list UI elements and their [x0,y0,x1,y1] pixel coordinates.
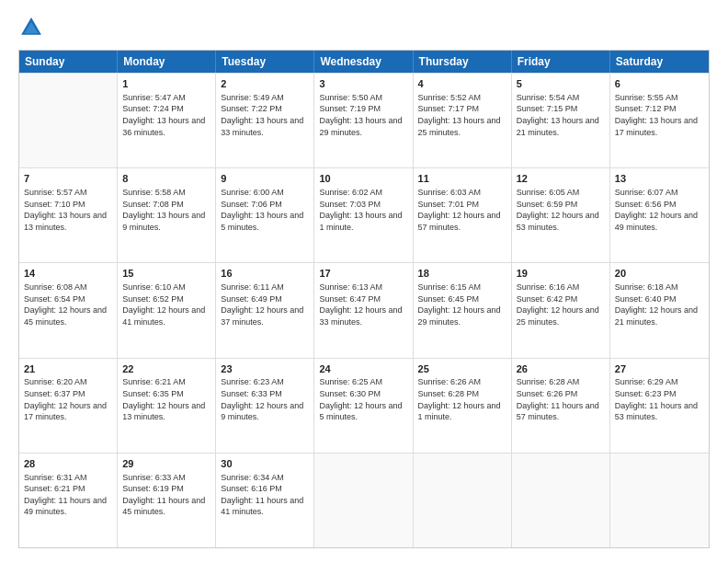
day-number: 24 [319,362,407,376]
day-number: 4 [418,77,506,91]
day-number: 22 [122,362,210,376]
day-number: 18 [418,267,506,281]
day-number: 23 [221,362,309,376]
cell-info: Sunrise: 5:50 AM Sunset: 7:19 PM Dayligh… [319,92,407,138]
calendar-week-3: 14Sunrise: 6:08 AM Sunset: 6:54 PM Dayli… [19,262,709,357]
day-number: 19 [517,267,605,281]
day-number: 6 [615,77,704,91]
cell-info: Sunrise: 6:05 AM Sunset: 6:59 PM Dayligh… [517,187,605,233]
cell-info: Sunrise: 6:16 AM Sunset: 6:42 PM Dayligh… [517,282,605,327]
day-number: 30 [221,457,309,471]
cell-info: Sunrise: 6:10 AM Sunset: 6:52 PM Dayligh… [122,282,210,327]
calendar-day-24: 24Sunrise: 6:25 AM Sunset: 6:30 PM Dayli… [314,359,413,453]
calendar-day-13: 13Sunrise: 6:07 AM Sunset: 6:56 PM Dayli… [610,168,709,262]
logo [18,15,48,40]
cell-info: Sunrise: 6:07 AM Sunset: 6:56 PM Dayligh… [615,187,704,233]
header-day-tuesday: Tuesday [216,51,314,73]
header-day-friday: Friday [512,51,610,73]
cell-info: Sunrise: 6:29 AM Sunset: 6:23 PM Dayligh… [615,376,704,422]
calendar-day-4: 4Sunrise: 5:52 AM Sunset: 7:17 PM Daylig… [414,74,512,167]
calendar-day-3: 3Sunrise: 5:50 AM Sunset: 7:19 PM Daylig… [314,74,413,167]
calendar-day-19: 19Sunrise: 6:16 AM Sunset: 6:42 PM Dayli… [512,263,610,357]
cell-info: Sunrise: 6:13 AM Sunset: 6:47 PM Dayligh… [319,282,407,327]
cell-info: Sunrise: 6:18 AM Sunset: 6:40 PM Dayligh… [615,282,704,327]
day-number: 21 [24,362,112,376]
day-number: 27 [615,362,704,376]
calendar-day-8: 8Sunrise: 5:58 AM Sunset: 7:08 PM Daylig… [118,168,216,262]
calendar-day-30: 30Sunrise: 6:34 AM Sunset: 6:16 PM Dayli… [216,454,314,547]
cell-info: Sunrise: 5:55 AM Sunset: 7:12 PM Dayligh… [615,92,704,138]
calendar-day-23: 23Sunrise: 6:23 AM Sunset: 6:33 PM Dayli… [216,359,314,453]
day-number: 2 [221,77,309,91]
calendar-day-6: 6Sunrise: 5:55 AM Sunset: 7:12 PM Daylig… [610,74,709,167]
header-day-thursday: Thursday [414,51,512,73]
calendar-week-1: 1Sunrise: 5:47 AM Sunset: 7:24 PM Daylig… [19,73,709,167]
cell-info: Sunrise: 5:58 AM Sunset: 7:08 PM Dayligh… [122,187,210,233]
calendar-day-22: 22Sunrise: 6:21 AM Sunset: 6:35 PM Dayli… [118,359,216,453]
day-number: 25 [418,362,506,376]
calendar-empty [414,454,512,547]
cell-info: Sunrise: 5:57 AM Sunset: 7:10 PM Dayligh… [24,187,112,233]
cell-info: Sunrise: 5:54 AM Sunset: 7:15 PM Dayligh… [517,92,605,138]
cell-info: Sunrise: 6:02 AM Sunset: 7:03 PM Dayligh… [319,187,407,233]
calendar-week-5: 28Sunrise: 6:31 AM Sunset: 6:21 PM Dayli… [19,453,709,547]
day-number: 11 [418,172,506,186]
header-day-monday: Monday [118,51,216,73]
calendar-day-9: 9Sunrise: 6:00 AM Sunset: 7:06 PM Daylig… [216,168,314,262]
header-day-wednesday: Wednesday [314,51,413,73]
header-day-sunday: Sunday [19,51,118,73]
calendar-day-20: 20Sunrise: 6:18 AM Sunset: 6:40 PM Dayli… [610,263,709,357]
calendar-day-25: 25Sunrise: 6:26 AM Sunset: 6:28 PM Dayli… [414,359,512,453]
calendar-week-2: 7Sunrise: 5:57 AM Sunset: 7:10 PM Daylig… [19,167,709,262]
day-number: 7 [24,172,112,186]
day-number: 12 [517,172,605,186]
calendar: SundayMondayTuesdayWednesdayThursdayFrid… [18,50,710,548]
cell-info: Sunrise: 6:28 AM Sunset: 6:26 PM Dayligh… [517,376,605,422]
cell-info: Sunrise: 6:31 AM Sunset: 6:21 PM Dayligh… [24,472,112,518]
calendar-day-16: 16Sunrise: 6:11 AM Sunset: 6:49 PM Dayli… [216,263,314,357]
cell-info: Sunrise: 6:11 AM Sunset: 6:49 PM Dayligh… [221,282,309,327]
cell-info: Sunrise: 6:08 AM Sunset: 6:54 PM Dayligh… [24,282,112,327]
header [18,15,710,40]
calendar-empty [610,454,709,547]
calendar-header: SundayMondayTuesdayWednesdayThursdayFrid… [19,51,709,73]
cell-info: Sunrise: 6:23 AM Sunset: 6:33 PM Dayligh… [221,376,309,422]
cell-info: Sunrise: 6:34 AM Sunset: 6:16 PM Dayligh… [221,472,309,518]
day-number: 1 [122,77,210,91]
cell-info: Sunrise: 6:20 AM Sunset: 6:37 PM Dayligh… [24,376,112,422]
logo-icon [18,15,44,40]
day-number: 28 [24,457,112,471]
day-number: 17 [319,267,407,281]
calendar-empty [512,454,610,547]
day-number: 8 [122,172,210,186]
day-number: 26 [517,362,605,376]
calendar-day-2: 2Sunrise: 5:49 AM Sunset: 7:22 PM Daylig… [216,74,314,167]
day-number: 29 [122,457,210,471]
day-number: 14 [24,267,112,281]
calendar-day-15: 15Sunrise: 6:10 AM Sunset: 6:52 PM Dayli… [118,263,216,357]
calendar-body: 1Sunrise: 5:47 AM Sunset: 7:24 PM Daylig… [19,73,709,547]
day-number: 15 [122,267,210,281]
day-number: 9 [221,172,309,186]
calendar-day-11: 11Sunrise: 6:03 AM Sunset: 7:01 PM Dayli… [414,168,512,262]
calendar-day-10: 10Sunrise: 6:02 AM Sunset: 7:03 PM Dayli… [314,168,413,262]
calendar-day-12: 12Sunrise: 6:05 AM Sunset: 6:59 PM Dayli… [512,168,610,262]
calendar-day-28: 28Sunrise: 6:31 AM Sunset: 6:21 PM Dayli… [19,454,118,547]
calendar-day-27: 27Sunrise: 6:29 AM Sunset: 6:23 PM Dayli… [610,359,709,453]
day-number: 10 [319,172,407,186]
calendar-day-1: 1Sunrise: 5:47 AM Sunset: 7:24 PM Daylig… [118,74,216,167]
day-number: 20 [615,267,704,281]
page: SundayMondayTuesdayWednesdayThursdayFrid… [0,0,728,563]
cell-info: Sunrise: 6:33 AM Sunset: 6:19 PM Dayligh… [122,472,210,518]
cell-info: Sunrise: 6:03 AM Sunset: 7:01 PM Dayligh… [418,187,506,233]
header-day-saturday: Saturday [610,51,709,73]
calendar-day-29: 29Sunrise: 6:33 AM Sunset: 6:19 PM Dayli… [118,454,216,547]
calendar-empty [314,454,413,547]
calendar-day-17: 17Sunrise: 6:13 AM Sunset: 6:47 PM Dayli… [314,263,413,357]
cell-info: Sunrise: 6:25 AM Sunset: 6:30 PM Dayligh… [319,376,407,422]
day-number: 5 [517,77,605,91]
calendar-day-18: 18Sunrise: 6:15 AM Sunset: 6:45 PM Dayli… [414,263,512,357]
day-number: 13 [615,172,704,186]
cell-info: Sunrise: 5:49 AM Sunset: 7:22 PM Dayligh… [221,92,309,138]
cell-info: Sunrise: 6:00 AM Sunset: 7:06 PM Dayligh… [221,187,309,233]
